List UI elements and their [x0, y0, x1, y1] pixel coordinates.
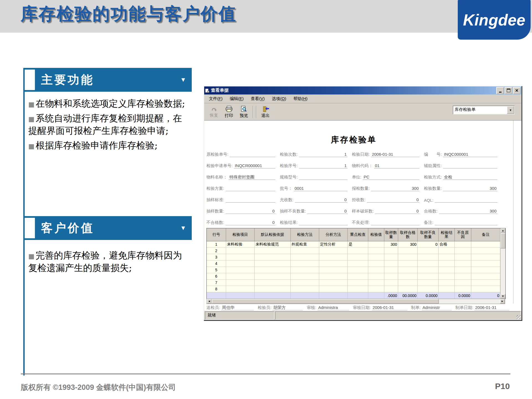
- cell-c6[interactable]: [348, 286, 368, 292]
- cell-c9[interactable]: [398, 254, 418, 260]
- form-field-value[interactable]: [230, 152, 275, 157]
- cell-c13[interactable]: [471, 260, 500, 267]
- form-field-value[interactable]: 1: [299, 152, 347, 157]
- form-field-value[interactable]: 0: [307, 209, 347, 214]
- cell-c9[interactable]: 300: [398, 241, 418, 248]
- cell-c5[interactable]: [319, 286, 348, 292]
- cell-c4[interactable]: [291, 248, 319, 254]
- cell-c11[interactable]: [439, 248, 455, 254]
- cell-c13[interactable]: [471, 280, 500, 286]
- cell-c12[interactable]: [455, 280, 471, 286]
- cell-c9[interactable]: 00.0000: [398, 292, 418, 299]
- cell-c7[interactable]: [368, 273, 384, 280]
- doc-type-dropdown[interactable]: 库存检验单 ▼: [453, 106, 515, 114]
- cell-c13[interactable]: [471, 267, 500, 273]
- cell-c4[interactable]: [291, 254, 319, 260]
- cell-c12[interactable]: [455, 273, 471, 280]
- cell-c5[interactable]: [319, 273, 348, 280]
- cell-c5[interactable]: [319, 292, 348, 299]
- cell-c6[interactable]: [348, 248, 368, 254]
- cell-c10[interactable]: [418, 267, 439, 273]
- cell-c7[interactable]: [368, 280, 384, 286]
- cell-c9[interactable]: [398, 280, 418, 286]
- cell-c1[interactable]: 4: [207, 260, 226, 267]
- cell-c2[interactable]: [226, 286, 255, 292]
- cell-c12[interactable]: [455, 241, 471, 248]
- menu-item-edit[interactable]: 编辑(E): [226, 95, 247, 103]
- cell-c8[interactable]: 300: [384, 241, 398, 248]
- form-field-value[interactable]: 300: [439, 209, 497, 214]
- cell-c12[interactable]: [455, 267, 471, 273]
- cell-c5[interactable]: [319, 260, 348, 267]
- form-field-value[interactable]: 300: [371, 186, 420, 191]
- cell-c2[interactable]: [226, 280, 255, 286]
- cell-c12[interactable]: [455, 254, 471, 260]
- cell-c13[interactable]: [471, 254, 500, 260]
- cell-c1[interactable]: 1: [207, 241, 226, 248]
- resize-grip-icon[interactable]: [516, 315, 521, 319]
- preview-button[interactable]: 预览: [236, 104, 251, 119]
- cell-c11[interactable]: [439, 254, 455, 260]
- scroll-right-icon[interactable]: ►: [500, 299, 505, 304]
- cell-c3[interactable]: [255, 248, 291, 254]
- cell-c13[interactable]: [471, 241, 500, 248]
- scroll-up-icon[interactable]: ▲: [500, 228, 505, 233]
- restore-button[interactable]: 恢复: [206, 104, 221, 119]
- menu-item-options[interactable]: 选项(O): [268, 95, 290, 103]
- cell-c4[interactable]: [291, 292, 319, 299]
- cell-c8[interactable]: [384, 280, 398, 286]
- cell-c13[interactable]: [471, 286, 500, 292]
- cell-c5[interactable]: [319, 254, 348, 260]
- cell-c13[interactable]: [471, 248, 500, 254]
- cell-c3[interactable]: [255, 280, 291, 286]
- form-field-value[interactable]: 特殊密封垫圈: [229, 175, 275, 180]
- cell-c10[interactable]: [418, 273, 439, 280]
- cell-c2[interactable]: [226, 260, 255, 267]
- cell-c6[interactable]: 是: [348, 241, 368, 248]
- cell-c1[interactable]: 8: [207, 286, 226, 292]
- cell-c2[interactable]: [226, 248, 255, 254]
- form-field-value[interactable]: 全检: [443, 175, 497, 180]
- cell-c2[interactable]: [226, 273, 255, 280]
- menu-item-file[interactable]: 文件(F): [205, 95, 226, 103]
- form-field-value[interactable]: 0001: [294, 186, 347, 191]
- exit-button[interactable]: 退出: [258, 104, 273, 119]
- cell-c1[interactable]: [207, 292, 226, 299]
- cell-c6[interactable]: [348, 260, 368, 267]
- cell-c9[interactable]: [398, 248, 418, 254]
- cell-c13[interactable]: 0: [471, 292, 500, 299]
- cell-c8[interactable]: [384, 267, 398, 273]
- form-field-value[interactable]: 0: [367, 197, 420, 203]
- cell-c3[interactable]: [255, 286, 291, 292]
- cell-c6[interactable]: [348, 292, 368, 299]
- menu-item-help[interactable]: 帮助(H): [290, 95, 311, 103]
- cell-c2[interactable]: 来料检验: [226, 241, 255, 248]
- form-field-value[interactable]: [435, 197, 497, 203]
- cell-c4[interactable]: [291, 286, 319, 292]
- cell-c11[interactable]: [439, 267, 455, 273]
- cell-c9[interactable]: [398, 260, 418, 267]
- cell-c4[interactable]: [291, 267, 319, 273]
- cell-c6[interactable]: [348, 254, 368, 260]
- cell-c11[interactable]: [439, 280, 455, 286]
- cell-c8[interactable]: [384, 260, 398, 267]
- horizontal-scrollbar-track[interactable]: [439, 299, 500, 304]
- cell-c2[interactable]: [226, 292, 255, 299]
- cell-c10[interactable]: [418, 286, 439, 292]
- cell-c3[interactable]: 来料检验规范: [255, 241, 291, 248]
- cell-c4[interactable]: [291, 260, 319, 267]
- cell-c6[interactable]: [348, 267, 368, 273]
- vertical-scrollbar-track[interactable]: [500, 249, 505, 294]
- cell-c9[interactable]: [398, 286, 418, 292]
- cell-c1[interactable]: 5: [207, 267, 226, 273]
- cell-c3[interactable]: [255, 273, 291, 280]
- cell-c7[interactable]: [368, 267, 384, 273]
- vertical-scrollbar[interactable]: ▲ ▼: [500, 228, 505, 299]
- form-field-value[interactable]: 0: [295, 197, 347, 203]
- cell-c6[interactable]: [348, 273, 368, 280]
- form-field-value[interactable]: [299, 175, 347, 180]
- cell-c10[interactable]: [418, 260, 439, 267]
- cell-c8[interactable]: [384, 286, 398, 292]
- cell-c5[interactable]: [319, 248, 348, 254]
- minimize-button[interactable]: [496, 87, 504, 94]
